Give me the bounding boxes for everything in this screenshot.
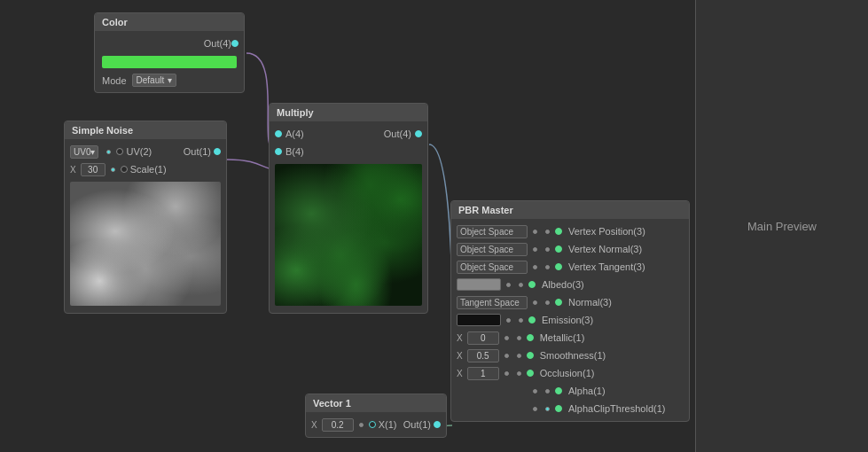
pbr-row-metallic: X Metallic(1) — [451, 329, 689, 347]
pbr-row-albedo: Albedo(3) — [451, 276, 689, 293]
simple-noise-out-port[interactable] — [214, 148, 221, 155]
mode-label: Mode — [102, 75, 127, 86]
pbr-smoothness-input[interactable] — [467, 349, 499, 362]
scale-port[interactable] — [111, 168, 115, 172]
pbr-row-vertex-normal: Object Space Vertex Normal(3) — [451, 240, 689, 258]
color-node: Color Out(4) Mode Default ▾ — [94, 12, 245, 93]
pbr-smoothness-port[interactable] — [527, 352, 534, 359]
uv-out-port[interactable] — [116, 148, 123, 155]
multiply-a-label: A(4) — [285, 129, 384, 139]
multiply-b-in-port[interactable] — [275, 148, 282, 155]
pbr-albedo-input[interactable] — [457, 278, 501, 291]
pbr-row-alphaclip: AlphaClipThreshold(1) — [451, 400, 689, 417]
pbr-albedo-port[interactable] — [528, 281, 536, 288]
mode-select[interactable]: Default ▾ — [132, 74, 177, 87]
scale-input[interactable] — [81, 163, 106, 176]
vector1-out-port[interactable] — [434, 421, 441, 428]
pbr-vertex-pos-label: Vertex Position(3) — [568, 226, 684, 237]
color-bar[interactable] — [102, 56, 237, 68]
multiply-b-label: B(4) — [285, 146, 422, 157]
pbr-vertex-normal-port[interactable] — [555, 245, 562, 253]
pbr-row-emission: Emission(3) — [451, 311, 689, 329]
vector1-x-port[interactable] — [369, 421, 376, 428]
main-preview-label: Main Preview — [747, 220, 817, 233]
multiply-title: Multiply — [270, 104, 427, 121]
pbr-vertex-pos-input[interactable]: Object Space — [457, 225, 528, 238]
pbr-vertex-tangent-port[interactable] — [555, 263, 562, 270]
pbr-row-alpha: Alpha(1) — [451, 382, 689, 400]
simple-noise-node: Simple Noise UV0▾ UV(2) Out(1) X Scale(1… — [64, 121, 227, 314]
vector1-node: Vector 1 X X(1) Out(1) — [305, 394, 447, 438]
color-out-label: Out(4) — [100, 38, 231, 49]
scale-in-port[interactable] — [121, 166, 128, 173]
pbr-alpha-label: Alpha(1) — [568, 386, 684, 396]
pbr-emission-label: Emission(3) — [542, 315, 684, 325]
pbr-alphaclip-label: AlphaClipThreshold(1) — [568, 403, 684, 414]
pbr-title: PBR Master — [451, 201, 689, 219]
pbr-normal-input[interactable]: Tangent Space — [457, 296, 528, 309]
pbr-albedo-label: Albedo(3) — [542, 279, 684, 290]
pbr-occlusion-label: Occlusion(1) — [540, 368, 684, 378]
multiply-out-port[interactable] — [415, 130, 422, 137]
uv-port[interactable] — [106, 150, 111, 154]
multiply-a-in-port[interactable] — [275, 130, 282, 137]
simple-noise-title: Simple Noise — [65, 121, 226, 139]
pbr-alpha-port[interactable] — [555, 387, 562, 394]
pbr-smoothness-label: Smoothness(1) — [540, 350, 684, 361]
pbr-occlusion-port[interactable] — [527, 370, 534, 377]
pbr-metallic-port[interactable] — [527, 334, 534, 341]
multiply-node: Multiply A(4) Out(4) B(4) — [269, 103, 428, 314]
pbr-metallic-label: Metallic(1) — [540, 332, 684, 343]
vector1-title: Vector 1 — [306, 394, 446, 412]
multiply-preview — [275, 164, 422, 306]
pbr-vertex-normal-input[interactable]: Object Space — [457, 243, 528, 256]
pbr-row-occlusion: X Occlusion(1) — [451, 364, 689, 382]
color-out-port[interactable] — [231, 40, 239, 47]
pbr-metallic-input[interactable] — [467, 331, 499, 345]
pbr-normal-port[interactable] — [555, 299, 562, 306]
pbr-vertex-tangent-input[interactable]: Object Space — [457, 261, 528, 274]
pbr-normal-label: Normal(3) — [568, 297, 684, 308]
color-node-title: Color — [95, 13, 244, 31]
pbr-vertex-tangent-label: Vertex Tangent(3) — [568, 261, 684, 272]
pbr-vertex-normal-label: Vertex Normal(3) — [568, 244, 684, 254]
pbr-emission-input[interactable] — [457, 314, 501, 326]
uv-select[interactable]: UV0▾ — [70, 145, 98, 159]
pbr-row-normal: Tangent Space Normal(3) — [451, 293, 689, 311]
pbr-emission-port[interactable] — [528, 316, 536, 323]
main-preview-panel: Main Preview — [695, 0, 868, 452]
pbr-occlusion-input[interactable] — [467, 367, 499, 380]
pbr-row-vertex-position: Object Space Vertex Position(3) — [451, 222, 689, 240]
noise-preview — [70, 182, 221, 306]
pbr-master-node: PBR Master Object Space Vertex Position(… — [450, 200, 690, 422]
pbr-alphaclip-port[interactable] — [555, 405, 562, 412]
pbr-row-vertex-tangent: Object Space Vertex Tangent(3) — [451, 258, 689, 276]
vector1-x-label: X(1) — [379, 419, 401, 430]
vector1-x-input[interactable] — [322, 418, 354, 432]
pbr-row-smoothness: X Smoothness(1) — [451, 347, 689, 364]
pbr-vertex-pos-port[interactable] — [555, 228, 562, 235]
